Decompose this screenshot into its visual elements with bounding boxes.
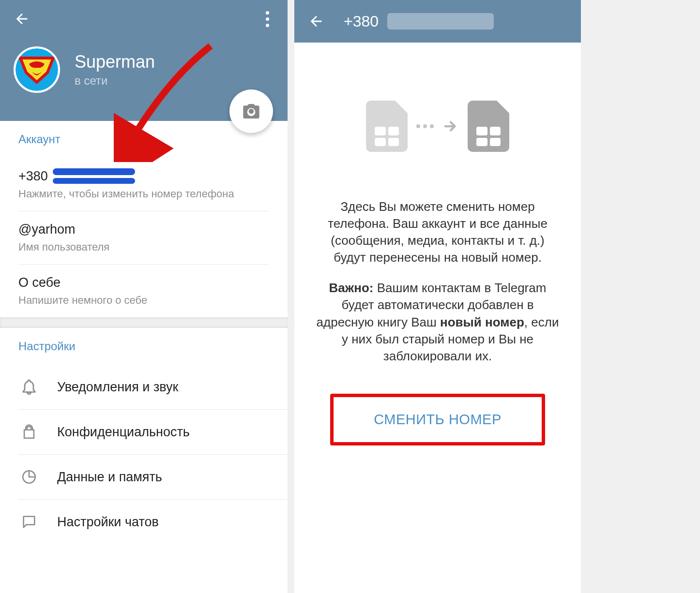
avatar[interactable] <box>14 46 60 93</box>
phone-redacted <box>53 168 135 184</box>
new-number-bold: новый номер <box>440 315 524 329</box>
settings-label: Уведомления и звук <box>57 380 178 395</box>
settings-row-data[interactable]: Данные и память <box>18 455 288 500</box>
dot-icon <box>266 24 269 27</box>
arrow-right-icon <box>442 118 459 134</box>
arrow-left-icon <box>14 11 30 27</box>
bio-hint: Напишите немного о себе <box>18 294 269 307</box>
bio-title: О себе <box>18 275 269 290</box>
settings-row-privacy[interactable]: Конфиденциальность <box>18 410 288 455</box>
chat-icon <box>18 511 40 533</box>
phone-hint: Нажмите, чтобы изменить номер телефона <box>18 188 269 200</box>
profile-status: в сети <box>75 74 155 88</box>
change-photo-button[interactable] <box>229 89 273 133</box>
superman-logo-icon <box>18 55 55 84</box>
important-label: Важно: <box>329 281 374 295</box>
username-value: @yarhom <box>18 222 269 237</box>
phone-prefix: +380 <box>344 13 379 30</box>
header-title: +380 <box>344 13 494 30</box>
account-section: Аккаунт +380 Нажмите, чтобы изменить ном… <box>0 121 288 317</box>
username-hint: Имя пользователя <box>18 241 269 253</box>
arrow-left-icon <box>308 13 324 30</box>
change-number-screen: +380 Здесь Вы можете сменить номер телеф… <box>294 0 581 593</box>
phone-redacted <box>387 13 494 30</box>
bell-icon <box>18 376 40 398</box>
sim-swap-illustration <box>294 101 581 152</box>
dot-icon <box>266 11 269 15</box>
info-text: Здесь Вы можете сменить номер телефона. … <box>294 198 581 365</box>
more-menu-button[interactable] <box>261 6 274 32</box>
settings-label: Данные и память <box>57 470 162 485</box>
phone-item[interactable]: +380 Нажмите, чтобы изменить номер телеф… <box>18 158 269 211</box>
settings-section: Настройки Уведомления и звук Конфиденциа… <box>0 328 288 544</box>
back-button[interactable] <box>14 11 30 27</box>
settings-profile-screen: Superman в сети Аккаунт +380 <box>0 0 288 593</box>
account-section-title: Аккаунт <box>18 133 269 146</box>
settings-row-notifications[interactable]: Уведомления и звук <box>18 365 288 410</box>
settings-row-chats[interactable]: Настройки чатов <box>18 500 288 544</box>
bio-item[interactable]: О себе Напишите немного о себе <box>18 265 269 317</box>
sim-new-icon <box>468 101 509 152</box>
change-number-button-highlight: СМЕНИТЬ НОМЕР <box>330 394 545 445</box>
username-item[interactable]: @yarhom Имя пользователя <box>18 211 269 265</box>
settings-section-title: Настройки <box>18 340 288 353</box>
section-divider <box>0 317 288 328</box>
sim-old-icon <box>366 101 408 152</box>
pie-chart-icon <box>18 466 40 488</box>
profile-name: Superman <box>75 52 155 72</box>
phone-prefix: +380 <box>18 169 48 184</box>
settings-label: Настройки чатов <box>57 515 159 530</box>
change-number-button[interactable]: СМЕНИТЬ НОМЕР <box>374 412 502 428</box>
camera-icon <box>242 102 261 121</box>
header: +380 <box>294 0 581 43</box>
lock-icon <box>18 421 40 443</box>
settings-label: Конфиденциальность <box>57 425 190 440</box>
profile-header: Superman в сети <box>0 0 288 121</box>
dots-icon <box>416 124 434 128</box>
info-paragraph-1: Здесь Вы можете сменить номер телефона. … <box>314 198 562 266</box>
dot-icon <box>266 17 269 21</box>
back-button[interactable] <box>308 13 324 30</box>
info-paragraph-2: Важно: Вашим контактам в Telegram будет … <box>314 280 562 364</box>
